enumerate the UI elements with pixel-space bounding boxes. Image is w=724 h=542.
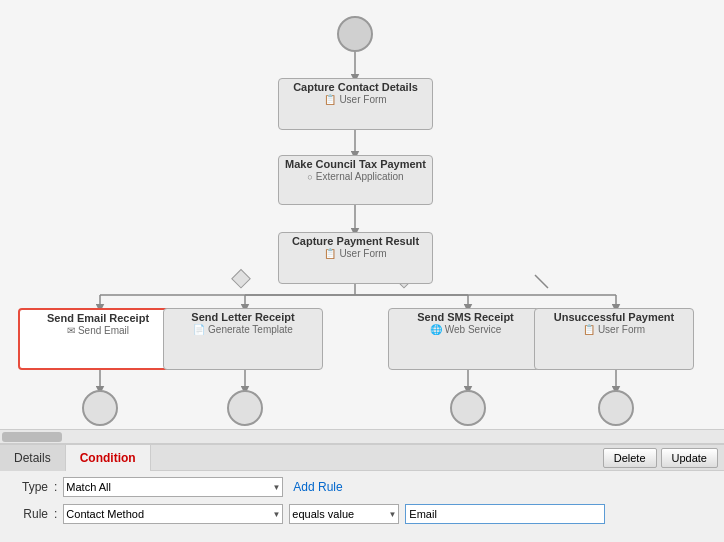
end-node-4 <box>598 390 634 426</box>
delete-button[interactable]: Delete <box>603 448 657 468</box>
type-colon: : <box>54 480 57 494</box>
rule-row: Rule : Contact Method ▼ equals value not… <box>8 503 716 525</box>
form2-icon: 📋 <box>324 248 336 259</box>
panel-content: Type : Match All Match Any ▼ Add Rule Ru… <box>0 471 724 530</box>
bottom-panel: Details Condition Delete Update Type : M… <box>0 444 724 542</box>
send-email-subtitle: ✉ Send Email <box>20 325 176 339</box>
rule-field-wrapper: Contact Method ▼ <box>63 504 283 524</box>
make-payment-subtitle: ○ External Application <box>279 171 432 185</box>
send-sms-title: Send SMS Receipt <box>389 309 542 324</box>
template-icon: 📄 <box>193 324 205 335</box>
type-row: Type : Match All Match Any ▼ Add Rule <box>8 476 716 498</box>
send-letter-title: Send Letter Receipt <box>164 309 322 324</box>
web-icon: 🌐 <box>430 324 442 335</box>
main-container: Capture Contact Details 📋 User Form Make… <box>0 0 724 542</box>
make-payment-title: Make Council Tax Payment <box>279 156 432 171</box>
end-node-3 <box>450 390 486 426</box>
svg-rect-16 <box>232 270 250 288</box>
capture-contact-title: Capture Contact Details <box>279 79 432 94</box>
send-letter-subtitle: 📄 Generate Template <box>164 324 322 338</box>
canvas-area: Capture Contact Details 📋 User Form Make… <box>0 0 724 430</box>
unsuccessful-subtitle: 📋 User Form <box>535 324 693 338</box>
scroll-thumb[interactable] <box>2 432 62 442</box>
capture-contact-node[interactable]: Capture Contact Details 📋 User Form <box>278 78 433 130</box>
send-sms-subtitle: 🌐 Web Service <box>389 324 542 338</box>
rule-colon: : <box>54 507 57 521</box>
type-label: Type <box>8 480 48 494</box>
send-email-node[interactable]: Send Email Receipt ✉ Send Email <box>18 308 178 370</box>
update-button[interactable]: Update <box>661 448 718 468</box>
email-icon: ✉ <box>67 325 75 336</box>
send-sms-node[interactable]: Send SMS Receipt 🌐 Web Service <box>388 308 543 370</box>
type-select-wrapper: Match All Match Any ▼ <box>63 477 283 497</box>
app-icon: ○ <box>307 172 312 182</box>
make-payment-node[interactable]: Make Council Tax Payment ○ External Appl… <box>278 155 433 205</box>
start-node <box>337 16 373 52</box>
form-icon: 📋 <box>324 94 336 105</box>
unsuccessful-node[interactable]: Unsuccessful Payment 📋 User Form <box>534 308 694 370</box>
type-select[interactable]: Match All Match Any <box>63 477 283 497</box>
rule-operator-select[interactable]: equals value not equals <box>289 504 399 524</box>
send-letter-node[interactable]: Send Letter Receipt 📄 Generate Template <box>163 308 323 370</box>
unsuccessful-title: Unsuccessful Payment <box>535 309 693 324</box>
send-email-title: Send Email Receipt <box>20 310 176 325</box>
rule-value-input[interactable] <box>405 504 605 524</box>
capture-result-subtitle: 📋 User Form <box>279 248 432 262</box>
capture-result-node[interactable]: Capture Payment Result 📋 User Form <box>278 232 433 284</box>
svg-line-18 <box>535 275 548 288</box>
capture-contact-subtitle: 📋 User Form <box>279 94 432 108</box>
capture-result-title: Capture Payment Result <box>279 233 432 248</box>
rule-field-select[interactable]: Contact Method <box>63 504 283 524</box>
end-node-2 <box>227 390 263 426</box>
add-rule-link[interactable]: Add Rule <box>293 480 342 494</box>
rule-label: Rule <box>8 507 48 521</box>
form3-icon: 📋 <box>583 324 595 335</box>
tabs-row: Details Condition Delete Update <box>0 445 724 471</box>
end-node-1 <box>82 390 118 426</box>
tab-actions: Delete Update <box>603 448 724 468</box>
tab-details[interactable]: Details <box>0 445 66 471</box>
rule-operator-wrapper: equals value not equals ▼ <box>289 504 399 524</box>
tab-condition[interactable]: Condition <box>66 445 151 471</box>
horizontal-scrollbar[interactable] <box>0 430 724 444</box>
